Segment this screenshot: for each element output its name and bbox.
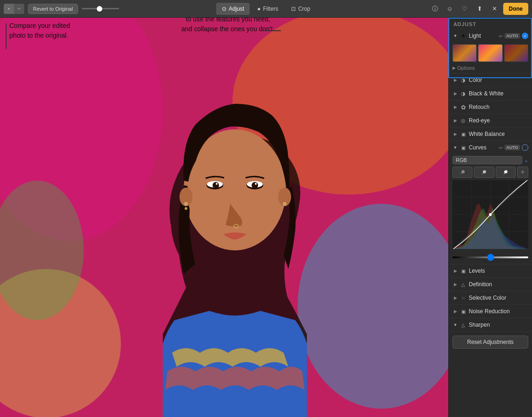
section-light: ▼ ☀ Light ↩ AUTO ✓ ▶ Options	[449, 29, 532, 74]
section-levels: ▶ ▣ Levels	[449, 264, 532, 278]
light-icon: ☀	[460, 33, 466, 39]
done-button[interactable]: Done	[503, 3, 528, 15]
section-light-header[interactable]: ▼ ☀ Light ↩ AUTO ✓	[449, 29, 532, 42]
nr-icon: ▣	[460, 308, 466, 315]
section-bw: ▶ ◑ Black & White	[449, 87, 532, 101]
retouch-icon: ✿	[460, 104, 466, 110]
chevron-right-icon: ▶	[452, 91, 458, 96]
chevron-right-icon: ▶	[452, 268, 458, 274]
light-thumbnails	[449, 42, 532, 64]
section-color-header[interactable]: ▶ ◑ Color	[449, 74, 532, 87]
chevron-right-icon: ▶	[452, 131, 458, 137]
brightness-slider-thumb[interactable]	[97, 6, 102, 12]
section-bw-header[interactable]: ▶ ◑ Black & White	[449, 87, 532, 100]
side-panel: ADJUST ▼ ☀ Light ↩ AUTO ✓ ▶ Options ▶ ◑ …	[448, 18, 532, 417]
sc-icon: ⁙	[460, 295, 466, 301]
svg-point-11	[184, 202, 188, 206]
portrait-svg	[0, 18, 448, 417]
tab-filters[interactable]: ● Filters	[252, 3, 284, 15]
reset-adjustments-button[interactable]: Reset Adjustments	[452, 336, 528, 349]
light-thumb-1[interactable]	[452, 44, 477, 62]
light-thumb-2[interactable]	[478, 44, 502, 62]
tab-adjust[interactable]: ⊙ Adjust	[216, 3, 250, 15]
section-levels-header[interactable]: ▶ ▣ Levels	[449, 264, 532, 277]
color-icon: ◑	[460, 77, 466, 83]
options-row[interactable]: ▶ Options	[449, 64, 532, 73]
chevron-right-icon: ▶	[452, 295, 458, 301]
curves-svg	[452, 180, 528, 249]
curves-icon: ▣	[460, 144, 466, 151]
view-toggle[interactable]: ▪ ▫▫	[4, 4, 24, 14]
section-curves: ▼ ▣ Curves ↩ AUTO RGB Red Green Blue Lum…	[449, 141, 532, 264]
section-curves-header[interactable]: ▼ ▣ Curves ↩ AUTO	[449, 141, 532, 154]
curves-reset-icon[interactable]: ↩	[499, 145, 503, 150]
section-sharpen: ▼ △ Sharpen	[449, 318, 532, 332]
section-color: ▶ ◑ Color	[449, 74, 532, 87]
brightness-slider-track[interactable]	[82, 8, 119, 9]
chevron-right-icon: ▶	[452, 104, 458, 110]
revert-button[interactable]: Revert to Original	[28, 4, 78, 14]
section-whitebalance: ▶ ▣ White Balance	[449, 128, 532, 141]
svg-point-12	[185, 207, 187, 210]
section-redeye-header[interactable]: ▶ ◎ Red-eye	[449, 114, 532, 127]
tools-button[interactable]: ✕	[488, 3, 500, 15]
eyedrop-white-btn[interactable]	[496, 167, 516, 178]
section-noisereduction: ▶ ▣ Noise Reduction	[449, 305, 532, 318]
sharpen-icon: △	[460, 322, 466, 328]
chevron-down-icon: ▼	[452, 322, 458, 328]
rgb-channel-select[interactable]: RGB Red Green Blue Luminance	[452, 156, 522, 164]
svg-point-8	[187, 137, 282, 247]
eyedropper-row: +	[452, 167, 528, 178]
section-sc-header[interactable]: ▶ ⁙ Selective Color	[449, 291, 532, 304]
section-wb-header[interactable]: ▶ ▣ White Balance	[449, 128, 532, 141]
compare-view-btn[interactable]: ▫▫	[14, 4, 24, 14]
filters-icon: ●	[257, 6, 260, 12]
heart-button[interactable]: ♡	[459, 3, 471, 15]
rgb-select-arrow: ⌄	[524, 157, 528, 163]
chevron-right-icon: ▶	[452, 118, 458, 123]
adjust-icon: ⊙	[222, 6, 226, 12]
svg-point-30	[489, 213, 492, 216]
eyedrop-black-btn[interactable]	[452, 167, 472, 178]
photo-background	[0, 18, 448, 417]
adjust-header: ADJUST	[449, 18, 532, 29]
curves-controls: RGB Red Green Blue Luminance ⌄ +	[449, 154, 532, 264]
reset-icon[interactable]: ↩	[499, 34, 503, 39]
toolbar-right: ⓘ ☺ ♡ ⬆ ✕ Done	[429, 3, 528, 15]
auto-badge[interactable]: AUTO	[505, 33, 520, 39]
svg-point-21	[255, 183, 257, 185]
emoji-button[interactable]: ☺	[444, 3, 456, 15]
section-nr-header[interactable]: ▶ ▣ Noise Reduction	[449, 305, 532, 318]
checkmark-icon: ✓	[522, 33, 528, 39]
svg-point-16	[213, 182, 219, 188]
section-retouch-header[interactable]: ▶ ✿ Retouch	[449, 101, 532, 114]
bw-icon: ◑	[460, 90, 466, 97]
chevron-right-icon: ▶	[452, 77, 458, 83]
chevron-down-icon: ▼	[452, 33, 458, 39]
eyedrop-gray-btn[interactable]	[474, 167, 494, 178]
definition-icon: △	[460, 281, 466, 288]
single-view-btn[interactable]: ▪	[4, 4, 14, 14]
curves-graph[interactable]	[452, 180, 528, 249]
curves-circle-icon	[522, 144, 528, 151]
chevron-right-icon: ▶	[452, 282, 458, 287]
svg-point-17	[216, 183, 218, 185]
svg-point-20	[252, 182, 258, 188]
section-selectivecolor: ▶ ⁙ Selective Color	[449, 291, 532, 305]
light-actions: ↩ AUTO ✓	[499, 33, 528, 39]
tab-crop[interactable]: ⊡ Crop	[286, 3, 316, 15]
share-button[interactable]: ⬆	[473, 3, 485, 15]
curves-auto-badge[interactable]: AUTO	[505, 145, 520, 150]
redeye-icon: ◎	[460, 117, 466, 124]
toolbar-center: ⊙ Adjust ● Filters ⊡ Crop	[216, 3, 316, 15]
curves-range-slider[interactable]	[452, 256, 528, 258]
photo-area	[0, 18, 448, 417]
section-definition-header[interactable]: ▶ △ Definition	[449, 278, 532, 291]
eyedrop-add-btn[interactable]: +	[517, 167, 528, 178]
light-thumb-3[interactable]	[504, 44, 528, 62]
section-redeye: ▶ ◎ Red-eye	[449, 114, 532, 128]
section-sharpen-header[interactable]: ▼ △ Sharpen	[449, 318, 532, 331]
info-button[interactable]: ⓘ	[429, 3, 441, 15]
svg-point-13	[283, 202, 286, 206]
wb-icon: ▣	[460, 131, 466, 137]
